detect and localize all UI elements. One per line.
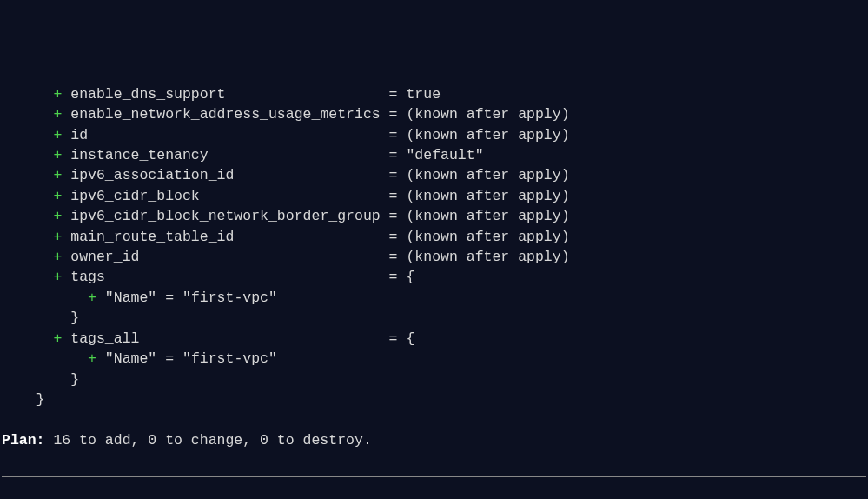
tags-open: + tags = { — [2, 267, 866, 287]
attr-line-ipv6_association_id: + ipv6_association_id = (known after app… — [2, 165, 866, 185]
plan-summary: Plan: 16 to add, 0 to change, 0 to destr… — [2, 430, 866, 450]
tags-entry: + "Name" = "first-vpc" — [2, 288, 866, 308]
terminal-output: + enable_dns_support = true + enable_net… — [0, 82, 868, 499]
attr-line-instance_tenancy: + instance_tenancy = "default" — [2, 145, 866, 165]
attr-line-enable_dns_support: + enable_dns_support = true — [2, 84, 866, 104]
tags-all-open: + tags_all = { — [2, 329, 866, 349]
attr-line-enable_network_address_usage_metrics: + enable_network_address_usage_metrics =… — [2, 104, 866, 124]
resource-close: } — [2, 389, 866, 409]
attr-line-main_route_table_id: + main_route_table_id = (known after app… — [2, 227, 866, 247]
divider — [2, 476, 866, 477]
attr-line-id: + id = (known after apply) — [2, 125, 866, 145]
tags-close: } — [2, 308, 866, 328]
tags-all-close: } — [2, 369, 866, 389]
attr-line-ipv6_cidr_block: + ipv6_cidr_block = (known after apply) — [2, 186, 866, 206]
resource-attributes: + enable_dns_support = true + enable_net… — [2, 84, 866, 268]
tags-all-entry: + "Name" = "first-vpc" — [2, 349, 866, 369]
blank-line — [2, 409, 866, 429]
attr-line-ipv6_cidr_block_network_border_group: + ipv6_cidr_block_network_border_group =… — [2, 206, 866, 226]
attr-line-owner_id: + owner_id = (known after apply) — [2, 247, 866, 267]
